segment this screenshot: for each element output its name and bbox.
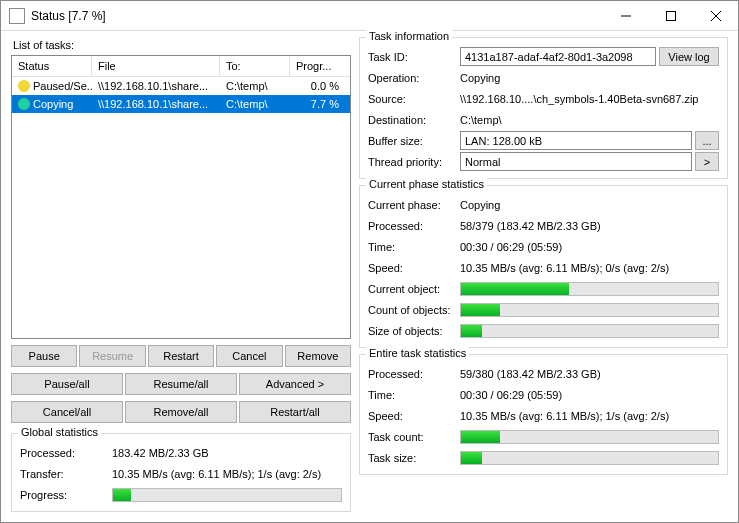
source-value: \\192.168.10....\ch_symbols-1.40Beta-svn…	[460, 93, 719, 105]
task-information-title: Task information	[366, 30, 452, 42]
task-size-bar	[460, 451, 719, 465]
task-id-field[interactable]: 4131a187-adaf-4af2-80d1-3a2098	[460, 47, 656, 66]
resume-all-button[interactable]: Resume/all	[125, 373, 237, 395]
current-phase-group: Current phase statistics Current phase:C…	[359, 185, 728, 348]
row-status: Copying	[33, 98, 73, 110]
size-objects-bar	[460, 324, 719, 338]
buffer-browse-button[interactable]: ...	[695, 131, 719, 150]
svg-rect-1	[666, 11, 675, 20]
tasklist-label: List of tasks:	[13, 39, 351, 51]
maximize-button[interactable]	[648, 1, 693, 30]
count-objects-bar	[460, 303, 719, 317]
restart-all-button[interactable]: Restart/all	[239, 401, 351, 423]
priority-label: Thread priority:	[368, 156, 460, 168]
priority-field[interactable]: Normal	[460, 152, 692, 171]
current-object-bar	[460, 282, 719, 296]
remove-button[interactable]: Remove	[285, 345, 351, 367]
restart-button[interactable]: Restart	[148, 345, 214, 367]
buffer-label: Buffer size:	[368, 135, 460, 147]
operation-label: Operation:	[368, 72, 460, 84]
global-processed-label: Processed:	[20, 447, 112, 459]
count-objects-label: Count of objects:	[368, 304, 460, 316]
status-icon	[18, 98, 30, 110]
destination-label: Destination:	[368, 114, 460, 126]
col-progress[interactable]: Progr...	[290, 56, 345, 76]
global-statistics-title: Global statistics	[18, 426, 101, 438]
row-to: C:\temp\	[220, 79, 290, 93]
source-label: Source:	[368, 93, 460, 105]
task-time: 00:30 / 06:29 (05:59)	[460, 389, 719, 401]
app-window: Status [7.7 %] List of tasks: Status Fil…	[0, 0, 739, 523]
row-file: \\192.168.10.1\share...	[92, 79, 220, 93]
advanced-button[interactable]: Advanced >	[239, 373, 351, 395]
status-icon	[18, 80, 30, 92]
phase-label: Current phase:	[368, 199, 460, 211]
global-progress-bar	[112, 488, 342, 502]
window-title: Status [7.7 %]	[31, 9, 603, 23]
content: List of tasks: Status File To: Progr... …	[1, 31, 738, 522]
resume-button[interactable]: Resume	[79, 345, 145, 367]
global-progress-label: Progress:	[20, 489, 112, 501]
row-prog: 7.7 %	[290, 97, 345, 111]
task-list[interactable]: Status File To: Progr... Paused/Se... \\…	[11, 55, 351, 339]
table-row[interactable]: Paused/Se... \\192.168.10.1\share... C:\…	[12, 77, 350, 95]
phase-speed: 10.35 MB/s (avg: 6.11 MB/s); 0/s (avg: 2…	[460, 262, 719, 274]
task-count-label: Task count:	[368, 431, 460, 443]
table-row[interactable]: Copying \\192.168.10.1\share... C:\temp\…	[12, 95, 350, 113]
entire-task-group: Entire task statistics Processed:59/380 …	[359, 354, 728, 475]
global-transfer: 10.35 MB/s (avg: 6.11 MB/s); 1/s (avg: 2…	[112, 468, 342, 480]
task-processed-label: Processed:	[368, 368, 460, 380]
task-speed: 10.35 MB/s (avg: 6.11 MB/s); 1/s (avg: 2…	[460, 410, 719, 422]
close-button[interactable]	[693, 1, 738, 30]
global-processed: 183.42 MB/2.33 GB	[112, 447, 342, 459]
global-transfer-label: Transfer:	[20, 468, 112, 480]
task-processed: 59/380 (183.42 MB/2.33 GB)	[460, 368, 719, 380]
phase-speed-label: Speed:	[368, 262, 460, 274]
app-icon	[9, 8, 25, 24]
task-id-label: Task ID:	[368, 51, 460, 63]
phase-value: Copying	[460, 199, 719, 211]
col-file[interactable]: File	[92, 56, 220, 76]
row-file: \\192.168.10.1\share...	[92, 97, 220, 111]
minimize-button[interactable]	[603, 1, 648, 30]
current-object-label: Current object:	[368, 283, 460, 295]
remove-all-button[interactable]: Remove/all	[125, 401, 237, 423]
size-objects-label: Size of objects:	[368, 325, 460, 337]
row-prog: 0.0 %	[290, 79, 345, 93]
task-count-bar	[460, 430, 719, 444]
cancel-button[interactable]: Cancel	[216, 345, 282, 367]
row-status: Paused/Se...	[33, 80, 92, 92]
col-to[interactable]: To:	[220, 56, 290, 76]
priority-menu-button[interactable]: >	[695, 152, 719, 171]
task-list-header[interactable]: Status File To: Progr...	[12, 56, 350, 77]
entire-task-title: Entire task statistics	[366, 347, 469, 359]
row-to: C:\temp\	[220, 97, 290, 111]
phase-processed-label: Processed:	[368, 220, 460, 232]
task-speed-label: Speed:	[368, 410, 460, 422]
task-information-group: Task information Task ID:4131a187-adaf-4…	[359, 37, 728, 179]
pause-all-button[interactable]: Pause/all	[11, 373, 123, 395]
phase-time-label: Time:	[368, 241, 460, 253]
global-statistics-group: Global statistics Processed:183.42 MB/2.…	[11, 433, 351, 512]
view-log-button[interactable]: View log	[659, 47, 719, 66]
pause-button[interactable]: Pause	[11, 345, 77, 367]
operation-value: Copying	[460, 72, 719, 84]
phase-processed: 58/379 (183.42 MB/2.33 GB)	[460, 220, 719, 232]
current-phase-title: Current phase statistics	[366, 178, 487, 190]
task-size-label: Task size:	[368, 452, 460, 464]
phase-time: 00:30 / 06:29 (05:59)	[460, 241, 719, 253]
task-time-label: Time:	[368, 389, 460, 401]
destination-value: C:\temp\	[460, 114, 719, 126]
buffer-field[interactable]: LAN: 128.00 kB	[460, 131, 692, 150]
cancel-all-button[interactable]: Cancel/all	[11, 401, 123, 423]
titlebar[interactable]: Status [7.7 %]	[1, 1, 738, 31]
col-status[interactable]: Status	[12, 56, 92, 76]
